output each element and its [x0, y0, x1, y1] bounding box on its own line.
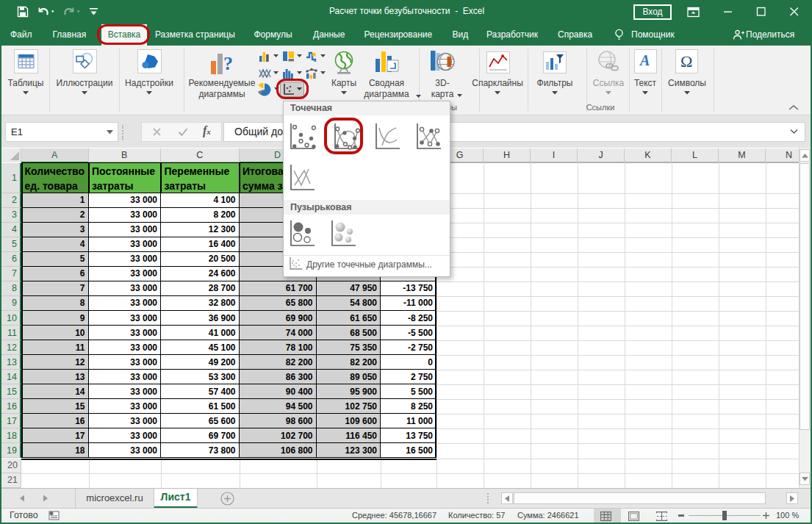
svg-text:?: ?	[223, 53, 233, 74]
svg-text:Ω: Ω	[680, 52, 692, 71]
svg-text:A: A	[639, 52, 650, 68]
